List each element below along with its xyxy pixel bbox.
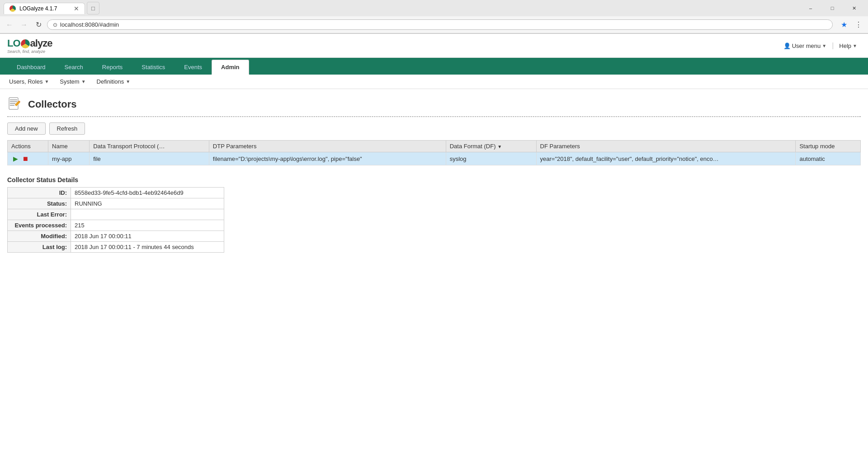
minimize-button[interactable]: – [800,0,821,16]
user-menu-button[interactable]: 👤 User menu ▼ [780,41,830,51]
page-title-area: Collectors [7,96,861,113]
lock-icon: ⊙ [53,22,57,28]
tab-title: LOGalyze 4.1.7 [19,5,57,12]
sort-icon: ▼ [497,144,502,149]
user-menu-label: User menu [792,42,821,49]
browser-tab[interactable]: LOGalyze 4.1.7 ✕ [4,3,85,14]
col-dtp: Data Transport Protocol (… [90,141,209,152]
status-value-last-error [71,209,224,220]
nav-tab-search[interactable]: Search [55,60,93,75]
close-button[interactable]: ✕ [844,0,864,16]
sub-nav-definitions[interactable]: Definitions ▼ [95,77,132,86]
browser-titlebar: LOGalyze 4.1.7 ✕ □ – □ ✕ [0,0,868,16]
window-controls: – □ ✕ [800,0,864,16]
row-dtp-params: filename="D:\projects\my-app\logs\error.… [209,152,446,165]
reload-button[interactable]: ↻ [33,19,44,31]
menu-button[interactable]: ⋮ [853,19,864,31]
stop-action-icon[interactable]: ⏹ [21,155,29,163]
definitions-arrow-icon: ▼ [126,79,130,84]
refresh-button[interactable]: Refresh [49,122,85,135]
nav-tab-dashboard[interactable]: Dashboard [7,60,55,75]
nav-tab-reports[interactable]: Reports [93,60,132,75]
header-divider: | [832,42,834,50]
forward-button[interactable]: → [18,19,30,31]
table-header-row: Actions Name Data Transport Protocol (… … [8,141,861,152]
status-value-status: RUNNING [71,198,224,209]
sub-nav-users-roles[interactable]: Users, Roles ▼ [7,77,51,86]
user-icon: 👤 [783,42,791,49]
app-header: LOalyze Search, find, analyze 👤 User men… [0,34,868,58]
add-new-button[interactable]: Add new [7,122,46,135]
svg-rect-4 [10,105,14,106]
col-name: Name [48,141,90,152]
status-row-last-error: Last Error: [8,209,224,220]
app-logo: LOalyze Search, find, analyze [7,38,52,54]
col-df[interactable]: Data Format (DF) ▼ [446,141,536,152]
status-table: ID: 8558ed33-9fe5-4cfd-bdb1-4eb92464e6d9… [7,187,224,253]
page-content: Collectors Add new Refresh Actions Name … [0,89,868,260]
system-arrow-icon: ▼ [81,79,86,84]
address-bar[interactable]: ⊙ localhost:8080/#admin [47,19,833,30]
status-section: Collector Status Details ID: 8558ed33-9f… [7,176,861,253]
nav-tab-admin[interactable]: Admin [212,60,249,75]
status-row-status: Status: RUNNING [8,198,224,209]
help-button[interactable]: Help ▼ [835,41,861,51]
col-startup: Startup mode [796,141,861,152]
bookmark-button[interactable]: ★ [838,19,850,31]
action-buttons: Add new Refresh [7,122,861,135]
row-name: my-app [48,152,90,165]
status-row-id: ID: 8558ed33-9fe5-4cfd-bdb1-4eb92464e6d9 [8,188,224,198]
definitions-label: Definitions [97,78,124,85]
status-label-last-log: Last log: [8,242,71,253]
status-label-modified: Modified: [8,231,71,242]
status-label-status: Status: [8,198,71,209]
row-df: syslog [446,152,536,165]
sub-nav: Users, Roles ▼ System ▼ Definitions ▼ [0,75,868,89]
status-value-events: 215 [71,220,224,231]
nav-tab-statistics[interactable]: Statistics [132,60,175,75]
status-label-events: Events processed: [8,220,71,231]
status-row-last-log: Last log: 2018 Jun 17 00:00:11 - 7 minut… [8,242,224,253]
maximize-button[interactable]: □ [822,0,843,16]
main-nav: Dashboard Search Reports Statistics Even… [0,58,868,75]
svg-rect-3 [10,103,15,104]
browser-toolbar: ← → ↻ ⊙ localhost:8080/#admin ★ ⋮ [0,16,868,33]
svg-rect-1 [10,99,17,100]
table-row[interactable]: ▶ ⏹ my-app file filename="D:\projects\my… [8,152,861,165]
title-divider [7,116,861,117]
status-value-last-log: 2018 Jun 17 00:00:11 - 7 minutes 44 seco… [71,242,224,253]
status-label-id: ID: [8,188,71,198]
tab-favicon-icon [9,5,16,12]
users-roles-label: Users, Roles [9,78,42,85]
nav-tab-events[interactable]: Events [175,60,212,75]
app-container: LOalyze Search, find, analyze 👤 User men… [0,34,868,461]
status-value-modified: 2018 Jun 17 00:00:11 [71,231,224,242]
header-right: 👤 User menu ▼ | Help ▼ [780,41,861,51]
new-tab-button[interactable]: □ [87,2,99,14]
back-button[interactable]: ← [4,19,15,31]
users-roles-arrow-icon: ▼ [44,79,49,84]
system-label: System [60,78,79,85]
help-arrow-icon: ▼ [853,43,857,48]
row-actions: ▶ ⏹ [8,152,48,165]
col-dtp-params: DTP Parameters [209,141,446,152]
url-text: localhost:8080/#admin [60,21,827,28]
svg-rect-2 [10,101,17,102]
status-section-title: Collector Status Details [7,176,861,183]
col-actions: Actions [8,141,48,152]
row-startup: automatic [796,152,861,165]
col-df-params: DF Parameters [536,141,796,152]
start-action-icon[interactable]: ▶ [11,155,19,163]
tab-close-button[interactable]: ✕ [74,5,79,12]
status-row-modified: Modified: 2018 Jun 17 00:00:11 [8,231,224,242]
logo-circle-icon [21,39,30,48]
logo-lo: L [7,38,13,49]
sub-nav-system[interactable]: System ▼ [58,77,87,86]
collectors-table: Actions Name Data Transport Protocol (… … [7,140,861,165]
browser-chrome: LOGalyze 4.1.7 ✕ □ – □ ✕ ← → ↻ ⊙ localho… [0,0,868,34]
help-label: Help [839,42,851,49]
toolbar-right: ★ ⋮ [838,19,864,31]
status-row-events: Events processed: 215 [8,220,224,231]
page-title: Collectors [28,99,77,110]
status-label-last-error: Last Error: [8,209,71,220]
